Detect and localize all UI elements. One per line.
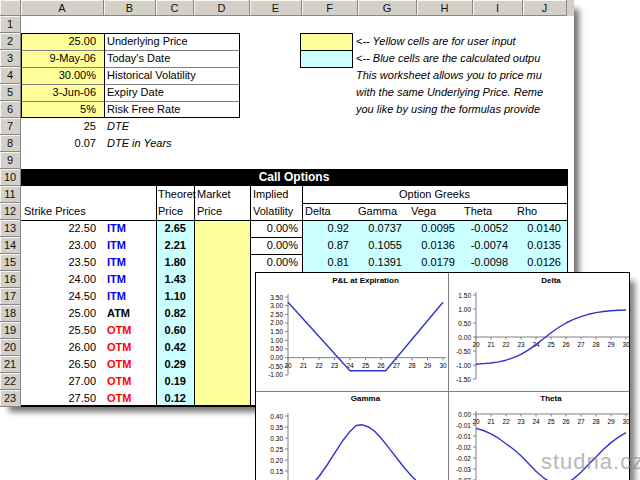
row-header-3[interactable]: 3 [0, 50, 21, 67]
moneyness-cell-14[interactable]: ITM [107, 237, 153, 254]
dte-years-value-cell[interactable]: 0.07 [21, 135, 96, 152]
theoretical-price-cell-15[interactable]: 1.80 [156, 254, 186, 271]
moneyness-cell-15[interactable]: ITM [107, 254, 153, 271]
greek-vega-cell-13[interactable]: 0.0095 [408, 220, 455, 237]
svg-text:28: 28 [408, 362, 416, 369]
row-header-4[interactable]: 4 [0, 67, 21, 84]
row-header-10[interactable]: 10 [0, 169, 21, 186]
greek-vega-cell-14[interactable]: 0.0136 [408, 237, 455, 254]
row-header-1[interactable]: 1 [0, 16, 21, 33]
market-price-cell-21[interactable] [194, 356, 250, 373]
greek-rho-cell-13[interactable]: 0.0140 [514, 220, 561, 237]
row-header-16[interactable]: 16 [0, 271, 21, 288]
row-header-2[interactable]: 2 [0, 33, 21, 50]
moneyness-cell-17[interactable]: ITM [107, 288, 153, 305]
strike-cell-17[interactable]: 24.50 [21, 288, 96, 305]
svg-text:25: 25 [547, 418, 555, 425]
row-header-8[interactable]: 8 [0, 135, 21, 152]
row-header-13[interactable]: 13 [0, 220, 21, 237]
implied-vol-cell-14[interactable]: 0.00% [250, 237, 298, 254]
implied-vol-cell-15[interactable]: 0.00% [250, 254, 298, 271]
strike-cell-14[interactable]: 23.00 [21, 237, 96, 254]
column-header-D[interactable]: D [194, 0, 250, 16]
row-header-9[interactable]: 9 [0, 152, 21, 169]
row-header-14[interactable]: 14 [0, 237, 21, 254]
market-price-cell-19[interactable] [194, 322, 250, 339]
implied-vol-cell-13[interactable]: 0.00% [250, 220, 298, 237]
column-header-F[interactable]: F [302, 0, 358, 16]
greek-rho-cell-15[interactable]: 0.0126 [514, 254, 561, 271]
market-price-cell-13[interactable] [194, 220, 250, 237]
dte-years-label-cell[interactable]: DTE in Years [107, 135, 257, 152]
greek-gamma-cell-15[interactable]: 0.1391 [355, 254, 402, 271]
theoretical-price-cell-17[interactable]: 1.10 [156, 288, 186, 305]
row-header-21[interactable]: 21 [0, 356, 21, 373]
row-header-11[interactable]: 11 [0, 186, 21, 203]
greek-delta-cell-14[interactable]: 0.87 [302, 237, 349, 254]
column-header-B[interactable]: B [104, 0, 156, 16]
row-header-23[interactable]: 23 [0, 390, 21, 407]
moneyness-cell-19[interactable]: OTM [107, 322, 153, 339]
theoretical-price-cell-20[interactable]: 0.42 [156, 339, 186, 356]
strike-cell-16[interactable]: 24.00 [21, 271, 96, 288]
column-header-C[interactable]: C [156, 0, 194, 16]
greek-header-vega: Vega [411, 203, 459, 220]
greek-theta-cell-13[interactable]: -0.0052 [461, 220, 508, 237]
greek-theta-cell-14[interactable]: -0.0074 [461, 237, 508, 254]
row-header-6[interactable]: 6 [0, 101, 21, 118]
greek-theta-cell-15[interactable]: -0.0098 [461, 254, 508, 271]
column-header-G[interactable]: G [358, 0, 417, 16]
market-price-cell-14[interactable] [194, 237, 250, 254]
market-price-cell-15[interactable] [194, 254, 250, 271]
row-header-18[interactable]: 18 [0, 305, 21, 322]
strike-cell-22[interactable]: 27.00 [21, 373, 96, 390]
strike-cell-21[interactable]: 26.50 [21, 356, 96, 373]
theoretical-price-cell-18[interactable]: 0.82 [156, 305, 186, 322]
row-header-7[interactable]: 7 [0, 118, 21, 135]
column-header-H[interactable]: H [417, 0, 473, 16]
market-price-cell-16[interactable] [194, 271, 250, 288]
legend-blue-note: <-- Blue cells are the calculated outpu [356, 50, 574, 67]
moneyness-cell-16[interactable]: ITM [107, 271, 153, 288]
row-header-5[interactable]: 5 [0, 84, 21, 101]
row-header-15[interactable]: 15 [0, 254, 21, 271]
greek-delta-cell-13[interactable]: 0.92 [302, 220, 349, 237]
market-price-cell-17[interactable] [194, 288, 250, 305]
strike-cell-13[interactable]: 22.50 [21, 220, 96, 237]
greek-rho-cell-14[interactable]: 0.0135 [514, 237, 561, 254]
moneyness-cell-13[interactable]: ITM [107, 220, 153, 237]
theoretical-price-cell-13[interactable]: 2.65 [156, 220, 186, 237]
row-header-22[interactable]: 22 [0, 373, 21, 390]
moneyness-cell-21[interactable]: OTM [107, 356, 153, 373]
market-price-cell-20[interactable] [194, 339, 250, 356]
row-header-12[interactable]: 12 [0, 203, 21, 220]
column-header-I[interactable]: I [473, 0, 523, 16]
select-all-corner[interactable] [0, 0, 21, 16]
market-price-cell-18[interactable] [194, 305, 250, 322]
market-price-cell-22[interactable] [194, 373, 250, 390]
strike-cell-19[interactable]: 25.50 [21, 322, 96, 339]
strike-cell-18[interactable]: 25.00 [21, 305, 96, 322]
greek-gamma-cell-13[interactable]: 0.0737 [355, 220, 402, 237]
column-header-E[interactable]: E [250, 0, 302, 16]
column-header-A[interactable]: A [21, 0, 104, 16]
theoretical-price-cell-16[interactable]: 1.43 [156, 271, 186, 288]
theoretical-price-cell-21[interactable]: 0.29 [156, 356, 186, 373]
greek-delta-cell-15[interactable]: 0.81 [302, 254, 349, 271]
dte-value-cell[interactable]: 25 [21, 118, 96, 135]
row-header-17[interactable]: 17 [0, 288, 21, 305]
moneyness-cell-18[interactable]: ATM [107, 305, 153, 322]
theoretical-price-cell-22[interactable]: 0.19 [156, 373, 186, 390]
row-header-20[interactable]: 20 [0, 339, 21, 356]
moneyness-cell-20[interactable]: OTM [107, 339, 153, 356]
row-header-19[interactable]: 19 [0, 322, 21, 339]
theoretical-price-cell-14[interactable]: 2.21 [156, 237, 186, 254]
greek-vega-cell-15[interactable]: 0.0179 [408, 254, 455, 271]
theoretical-price-cell-19[interactable]: 0.60 [156, 322, 186, 339]
column-header-J[interactable]: J [523, 0, 567, 16]
strike-cell-20[interactable]: 26.00 [21, 339, 96, 356]
greek-gamma-cell-14[interactable]: 0.1055 [355, 237, 402, 254]
moneyness-cell-22[interactable]: OTM [107, 373, 153, 390]
dte-label-cell[interactable]: DTE [107, 118, 257, 135]
strike-cell-15[interactable]: 23.50 [21, 254, 96, 271]
